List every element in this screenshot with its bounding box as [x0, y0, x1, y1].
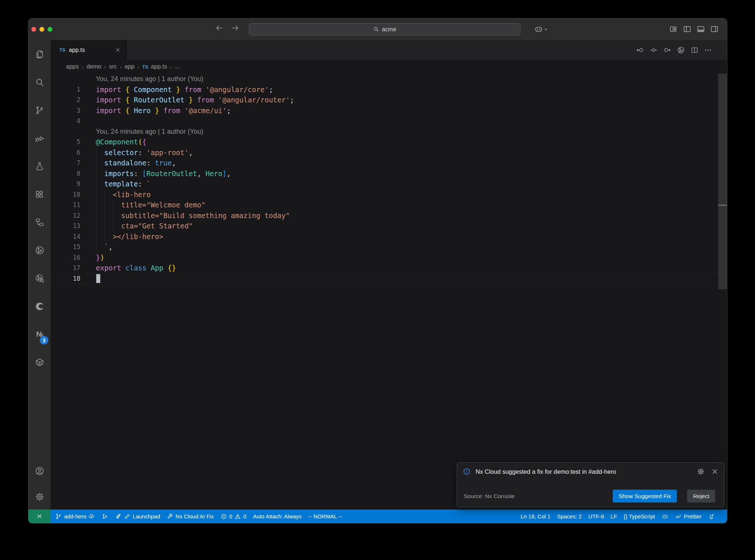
indent-guide — [113, 200, 113, 210]
activity-item-project-structure[interactable] — [28, 208, 51, 236]
code-line[interactable]: 14></lib-hero> — [51, 231, 727, 242]
code-line[interactable]: 9template: ` — [51, 179, 727, 189]
status-eol[interactable]: LF — [607, 510, 620, 523]
activity-item-extensions[interactable] — [28, 180, 51, 208]
status-branch[interactable]: add-hero — [52, 510, 98, 523]
close-window-button[interactable] — [31, 27, 36, 32]
code-line[interactable]: 8imports: [RouterOutlet, Hero], — [51, 168, 727, 179]
activity-item-run-debug[interactable] — [28, 124, 51, 152]
notification-toast: Nx Cloud suggested a fix for demo:test i… — [457, 462, 724, 507]
code-line[interactable]: 10<lib-hero — [51, 189, 727, 200]
breadcrumb-file[interactable]: TSapp.ts — [142, 63, 167, 70]
breadcrumb-item[interactable]: demo — [87, 63, 101, 70]
activity-item-containers[interactable] — [28, 348, 51, 376]
code-text: export class App {} — [96, 263, 176, 273]
status-remote-indicator[interactable] — [28, 510, 51, 523]
activity-item-settings[interactable] — [28, 484, 51, 510]
code-editor[interactable]: You, 24 minutes ago | 1 author (You)1imp… — [51, 74, 727, 510]
status-formatter[interactable]: Prettier — [672, 510, 705, 523]
status-language[interactable]: {} TypeScript — [620, 510, 658, 523]
more-actions-icon[interactable] — [704, 46, 712, 54]
breadcrumb-item[interactable]: app — [125, 63, 135, 70]
code-line[interactable]: 17export class App {} — [51, 263, 727, 273]
customize-layout-icon[interactable] — [669, 25, 678, 34]
status-launchpad[interactable]: Launchpad — [112, 510, 163, 523]
split-editor-icon[interactable] — [690, 46, 699, 54]
status-text: Nx Cloud AI Fix — [175, 513, 213, 519]
activity-item-edge-devtools[interactable] — [28, 292, 51, 320]
status-problems[interactable]: 00 — [217, 510, 250, 523]
code-text: title="Welcmoe demo" — [96, 200, 205, 210]
open-changes-next-icon[interactable] — [663, 46, 671, 54]
line-content: ></lib-hero> — [96, 231, 727, 242]
zoom-window-button[interactable] — [48, 27, 52, 32]
code-line[interactable]: 2import { RouterOutlet } from '@angular/… — [51, 95, 727, 105]
navigate-back-icon[interactable] — [215, 24, 224, 32]
activity-item-gitlens[interactable] — [28, 236, 51, 264]
copilot-icon — [662, 513, 668, 520]
code-line[interactable]: 4 — [51, 116, 727, 126]
show-suggested-fix-button[interactable]: Show Suggested Fix — [613, 490, 677, 503]
status-notifications[interactable] — [705, 510, 718, 523]
code-line[interactable]: 5@Component({ — [51, 137, 727, 147]
code-line[interactable]: 13cta="Get Started" — [51, 221, 727, 231]
toggle-panel-icon[interactable] — [696, 25, 705, 34]
line-content: @Component({ — [96, 137, 727, 147]
breadcrumb-item[interactable]: src — [109, 63, 117, 70]
commit-graph-icon[interactable] — [677, 46, 685, 54]
activity-item-source-control[interactable] — [28, 96, 51, 124]
activity-item-nx-console[interactable]: N›3 — [28, 320, 51, 348]
commit-node-icon[interactable] — [650, 46, 658, 54]
code-line[interactable]: 1import { Component } from '@angular/cor… — [51, 84, 727, 95]
status-text: add-hero — [64, 513, 86, 519]
reject-button[interactable]: Reject — [687, 490, 715, 503]
code-line[interactable]: 12subtitle="Build something amazing toda… — [51, 210, 727, 221]
status-indentation[interactable]: Spaces: 2 — [554, 510, 585, 523]
tab-app-ts[interactable]: TS app.ts — [51, 40, 126, 60]
line-content: `, — [96, 242, 727, 252]
run-debug-icon — [35, 133, 45, 143]
copilot-menu[interactable] — [534, 25, 549, 34]
wrench-icon — [167, 513, 173, 520]
activity-bar: N›3 — [28, 40, 51, 510]
editor-scrollbar[interactable] — [718, 74, 727, 289]
status-auto-attach[interactable]: Auto Attach: Always — [250, 510, 305, 523]
minimize-window-button[interactable] — [39, 27, 44, 32]
status-encoding[interactable]: UTF-8 — [585, 510, 608, 523]
line-number — [51, 74, 80, 84]
status-vim-mode[interactable]: -- NORMAL -- — [305, 510, 345, 523]
status-commit-graph[interactable] — [98, 510, 112, 523]
status-copilot[interactable] — [658, 510, 672, 523]
activity-item-accounts[interactable] — [28, 458, 51, 484]
command-center-search[interactable]: acme — [249, 23, 521, 35]
navigate-forward-icon[interactable] — [231, 24, 240, 32]
line-content: export class App {} — [96, 263, 727, 273]
notification-title: Nx Cloud suggested a fix for demo:test i… — [476, 468, 692, 475]
toggle-primary-sidebar-icon[interactable] — [683, 25, 692, 34]
code-line[interactable]: 16}) — [51, 252, 727, 263]
open-changes-previous-icon[interactable] — [636, 46, 644, 54]
breadcrumb-item[interactable]: apps — [66, 63, 79, 70]
status-cursor-position[interactable]: Ln 18, Col 1 — [517, 510, 554, 523]
editor-group: TS app.ts apps›demo›src›app›TSapp.ts›...… — [51, 40, 727, 510]
code-line[interactable]: 6selector: 'app-root', — [51, 147, 727, 158]
toggle-secondary-sidebar-icon[interactable] — [710, 25, 719, 34]
activity-item-search[interactable] — [28, 68, 51, 96]
line-content — [96, 116, 727, 126]
code-line[interactable]: 7standalone: true, — [51, 158, 727, 168]
activity-item-explorer[interactable] — [28, 40, 51, 68]
cloud-upload-icon — [88, 513, 95, 520]
indent-guide — [96, 242, 97, 252]
status-nx-cloud-ai-fix[interactable]: Nx Cloud AI Fix — [163, 510, 217, 523]
code-line[interactable]: 11title="Welcmoe demo" — [51, 200, 727, 210]
notification-settings-gear-icon[interactable] — [697, 468, 705, 476]
notification-close-icon[interactable] — [711, 468, 719, 476]
code-line[interactable]: 18 — [51, 273, 727, 284]
close-tab-icon[interactable] — [115, 47, 121, 53]
activity-item-testing[interactable] — [28, 152, 51, 180]
breadcrumb-symbol-tail[interactable]: ... — [175, 63, 180, 70]
status-text: Spaces: 2 — [557, 513, 582, 519]
code-line[interactable]: 3import { Hero } from '@acme/ui'; — [51, 105, 727, 116]
activity-item-gitlens-inspect[interactable] — [28, 264, 51, 292]
code-line[interactable]: 15`, — [51, 242, 727, 252]
